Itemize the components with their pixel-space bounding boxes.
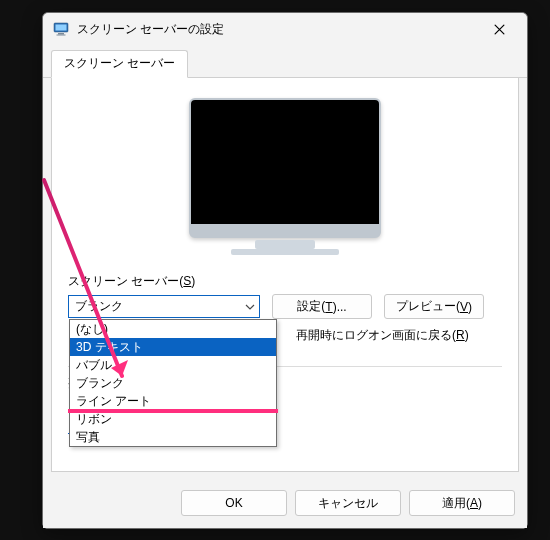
- dropdown-option[interactable]: (なし): [70, 320, 276, 338]
- apply-button[interactable]: 適用(A): [409, 490, 515, 516]
- preview-button[interactable]: プレビュー(V): [384, 294, 484, 319]
- titlebar: スクリーン セーバーの設定: [43, 13, 527, 45]
- close-icon: [494, 24, 505, 35]
- monitor-preview: [189, 98, 381, 255]
- close-button[interactable]: [477, 15, 521, 43]
- dropdown-option[interactable]: 3D テキスト: [70, 338, 276, 356]
- cancel-button[interactable]: キャンセル: [295, 490, 401, 516]
- tab-screensaver[interactable]: スクリーン セーバー: [51, 50, 188, 78]
- dropdown-option[interactable]: ブランク: [70, 374, 276, 392]
- dropdown-option[interactable]: リボン: [70, 410, 276, 428]
- svg-rect-2: [58, 33, 64, 35]
- ok-button[interactable]: OK: [181, 490, 287, 516]
- dropdown-option[interactable]: 写真: [70, 428, 276, 446]
- settings-button[interactable]: 設定(T)...: [272, 294, 372, 319]
- dialog-button-bar: OK キャンセル 適用(A): [43, 480, 527, 528]
- tabstrip: スクリーン セーバー: [43, 45, 527, 78]
- svg-rect-1: [56, 25, 67, 31]
- svg-rect-3: [57, 35, 66, 36]
- resume-logon-label: 再開時にログオン画面に戻る(R): [296, 327, 469, 344]
- monitor-screen: [189, 98, 381, 238]
- screensaver-dropdown[interactable]: (なし)3D テキストバブルブランクライン アートリボン写真: [69, 319, 277, 447]
- chevron-down-icon: [245, 304, 255, 310]
- preview-area: [68, 90, 502, 273]
- combobox-selected-text: ブランク: [75, 298, 245, 315]
- screensaver-settings-dialog: スクリーン セーバーの設定 スクリーン セーバー スクリーン セーバー(S) ブ…: [42, 12, 528, 529]
- screensaver-icon: [53, 21, 69, 37]
- screensaver-combobox[interactable]: ブランク (なし)3D テキストバブルブランクライン アートリボン写真: [68, 295, 260, 318]
- window-title: スクリーン セーバーの設定: [77, 21, 477, 38]
- screensaver-row: ブランク (なし)3D テキストバブルブランクライン アートリボン写真 設定(T…: [68, 294, 502, 319]
- dropdown-option[interactable]: バブル: [70, 356, 276, 374]
- tab-panel: スクリーン セーバー(S) ブランク (なし)3D テキストバブルブランクライン…: [51, 78, 519, 472]
- dropdown-option[interactable]: ライン アート: [70, 392, 276, 410]
- section-label-screensaver: スクリーン セーバー(S): [68, 273, 502, 290]
